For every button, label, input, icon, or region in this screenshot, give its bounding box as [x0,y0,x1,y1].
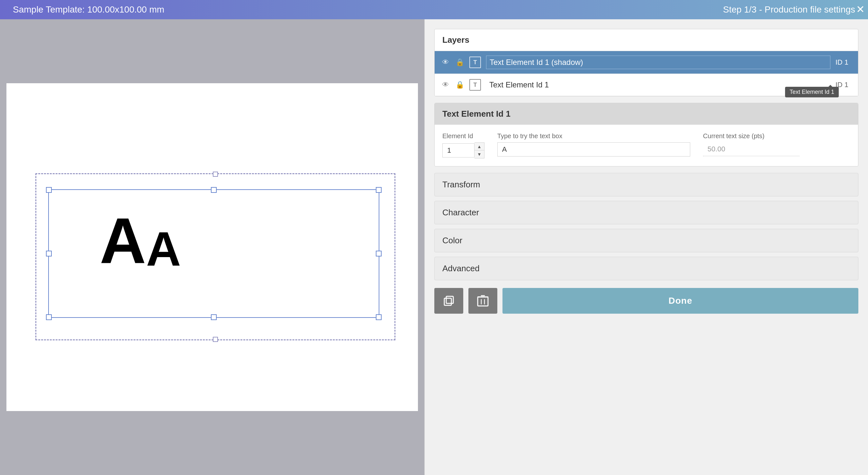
handle-top-center[interactable] [211,187,217,193]
handle-top-right[interactable] [376,187,381,193]
advanced-header[interactable]: Advanced [435,257,858,280]
canvas-area: A A [0,19,424,475]
text-box-group: Type to try the text box [497,132,690,157]
lock-icon-1[interactable]: 🔒 [455,58,464,66]
element-id-input-row: ▲ ▼ [442,142,485,158]
handle-bottom-left[interactable] [46,314,52,320]
transform-label: Transform [442,180,480,190]
small-letter: A [146,225,181,273]
handle-bottom-right[interactable] [376,314,381,320]
eye-icon-2[interactable]: 👁 [441,81,450,89]
outer-selection-rect [35,173,396,340]
layer-row-1[interactable]: 👁 🔒 T ID 1 [435,51,858,74]
svg-rect-2 [478,297,488,306]
handle-bottom-center[interactable] [211,314,217,320]
text-type-icon-1: T [469,57,481,68]
character-section: Character [434,201,858,224]
top-header: Sample Template: 100.00x100.00 mm Step 1… [0,0,868,19]
element-id-input[interactable] [442,143,474,157]
done-button[interactable]: Done [502,288,858,314]
lock-icon-2[interactable]: 🔒 [455,81,464,89]
spinner-up[interactable]: ▲ [474,143,484,150]
layer-row-2[interactable]: 👁 🔒 T Text Element Id 1 ID 1 Text Elemen… [435,74,858,96]
svg-rect-0 [444,298,452,305]
character-label: Character [442,208,479,218]
outer-handle-top-center [213,171,218,177]
props-row: Element Id ▲ ▼ Type to try the text box [442,132,850,158]
element-id-group: Element Id ▲ ▼ [442,132,485,158]
color-header[interactable]: Color [435,229,858,252]
header-step: Step 1/3 - Production file settings [723,4,855,15]
color-label: Color [442,235,462,246]
element-props-header: Text Element Id 1 [435,103,858,125]
inner-selection-rect [48,189,379,318]
text-type-icon-2: T [469,79,481,91]
text-box-label: Type to try the text box [497,132,690,140]
text-size-label: Current text size (pts) [703,132,800,140]
big-letter: A [100,209,146,273]
layer-name-input-1[interactable] [486,56,830,69]
layer-id-1: ID 1 [836,58,851,66]
eye-icon-1[interactable]: 👁 [441,58,450,66]
advanced-section: Advanced [434,257,858,280]
outer-handle-bottom-center [213,337,218,342]
canvas-white: A A [6,83,418,411]
layer-name-2: Text Element Id 1 [486,78,830,91]
delete-button[interactable] [468,288,497,314]
handle-top-left[interactable] [46,187,52,193]
transform-header[interactable]: Transform [435,173,858,196]
element-properties-section: Text Element Id 1 Element Id ▲ ▼ [434,103,858,166]
text-size-group: Current text size (pts) [703,132,800,156]
transform-section: Transform [434,173,858,196]
character-header[interactable]: Character [435,201,858,224]
layer-tooltip: Text Element Id 1 [785,87,839,97]
element-props-body: Element Id ▲ ▼ Type to try the text box [435,125,858,166]
spinner-down[interactable]: ▼ [474,150,484,158]
element-id-spinner: ▲ ▼ [474,142,485,158]
main-content: A A Layers 👁 🔒 T ID 1 👁 🔒 T Text Eleme [0,19,868,475]
text-box-input[interactable] [497,142,690,157]
layers-section: Layers 👁 🔒 T ID 1 👁 🔒 T Text Element Id … [434,29,858,96]
color-section: Color [434,229,858,252]
svg-rect-1 [446,296,453,304]
layers-header: Layers [435,29,858,51]
canvas-text-display: A A [100,209,181,273]
element-id-label: Element Id [442,132,485,140]
bottom-buttons: Done [434,288,858,314]
handle-middle-left[interactable] [46,251,52,256]
close-button[interactable]: ✕ [856,3,865,15]
duplicate-button[interactable] [434,288,463,314]
text-size-input [703,142,800,156]
advanced-label: Advanced [442,263,479,274]
header-title: Sample Template: 100.00x100.00 mm [13,4,164,15]
right-panel: Layers 👁 🔒 T ID 1 👁 🔒 T Text Element Id … [424,19,868,475]
handle-middle-right[interactable] [376,251,381,256]
